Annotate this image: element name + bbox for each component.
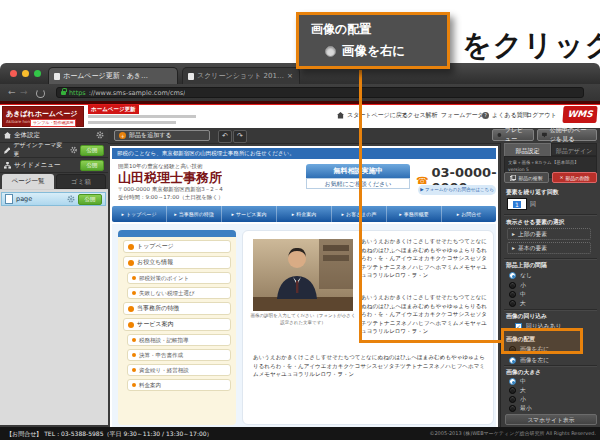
- radio-size-medium[interactable]: 中: [509, 377, 526, 386]
- menu-item[interactable]: 税務相談・記帳指導: [127, 334, 231, 346]
- site-nav-item[interactable]: ▸サービス案内: [222, 206, 277, 222]
- radio-spacing-none[interactable]: なし: [509, 271, 532, 280]
- smartphone-site-button[interactable]: スマホサイト表示: [505, 414, 597, 425]
- redo-button[interactable]: ↷: [233, 130, 247, 143]
- site-address: 〒000-0000 東京都新宿区西新宿3－2－4: [118, 186, 223, 193]
- gear-icon[interactable]: [70, 146, 77, 154]
- radio-size-small[interactable]: 小: [509, 395, 526, 404]
- url-field[interactable]: https ://www.sms-sample.com/cms/: [56, 87, 584, 98]
- gear-icon[interactable]: [96, 131, 104, 139]
- publish-button[interactable]: 公開: [78, 194, 102, 205]
- repeat-count-input[interactable]: 1: [507, 198, 527, 210]
- header-nav-start-page[interactable]: スタートページに戻る: [337, 111, 408, 120]
- preview-button[interactable]: プレビュー: [492, 129, 534, 141]
- repeat-unit: 回: [530, 200, 536, 209]
- https-lock-icon: [61, 91, 66, 95]
- site-nav-item[interactable]: ▸当事務所の特徴: [167, 206, 222, 222]
- window-zoom-button[interactable]: [34, 70, 41, 77]
- menu-item[interactable]: 節税対策のポイント: [127, 272, 231, 284]
- duplicate-part-button[interactable]: 部品の複製: [504, 172, 549, 183]
- radio-icon: [509, 405, 516, 412]
- radio-spacing-large[interactable]: 大: [509, 299, 526, 308]
- repeat-count-label: 要素を繰り返す回数: [506, 188, 559, 197]
- radio-icon: [509, 378, 516, 385]
- radio-icon: [509, 282, 516, 289]
- menu-item[interactable]: 失敗しない税理士選び: [127, 287, 231, 299]
- bullet-icon: ▸: [457, 211, 460, 217]
- radio-size-large[interactable]: 大: [509, 386, 526, 395]
- radio-image-left[interactable]: 画像を左に: [509, 356, 549, 365]
- body-paragraph: あいうえおかきくけこさしすせそたちつてとなにぬねのはひふへほまみむめもやゃゆゅよ…: [361, 237, 487, 280]
- site-nav-item[interactable]: ▸お問合せ: [442, 206, 496, 222]
- bullet-icon: ▸: [232, 211, 235, 217]
- office-photo: [253, 239, 353, 311]
- account-info-redacted: [88, 115, 196, 118]
- home-icon: [4, 132, 11, 139]
- free-consult-banner[interactable]: 無料相談実施中: [306, 164, 410, 178]
- reload-icon[interactable]: [36, 89, 45, 98]
- form-contact-link[interactable]: ▶ フォームからのお問合せはこちら: [418, 185, 496, 195]
- page-list-item[interactable]: page 公開: [1, 192, 106, 206]
- bullet-icon: [132, 383, 136, 387]
- radio-spacing-small[interactable]: 小: [509, 281, 526, 290]
- browser-tab-background[interactable]: スクリーンショット 201… ×: [182, 67, 300, 84]
- browser-tab-active[interactable]: ホームページ更新・あき…: [48, 67, 178, 84]
- window-close-button[interactable]: [10, 70, 17, 77]
- sidebar-item-design-theme[interactable]: デザインテーマ変更 公開: [0, 143, 108, 158]
- duplicate-label: 部品の複製: [518, 175, 542, 181]
- preview-icon: [497, 132, 502, 138]
- header-nav-faq[interactable]: ? よくある質問: [482, 111, 529, 120]
- tab-part-settings[interactable]: 部品設定: [504, 143, 551, 156]
- header-nav-logout[interactable]: ログアウト: [526, 111, 557, 120]
- menu-item[interactable]: 資金繰り・経営相談: [127, 364, 231, 376]
- bullet-icon: [132, 291, 136, 295]
- menu-item[interactable]: 当事務所の特徴: [123, 302, 231, 315]
- site-nav-item[interactable]: ▸料金案内: [277, 206, 332, 222]
- back-icon[interactable]: ←: [8, 87, 16, 97]
- header-nav-form-data[interactable]: フォームデータ: [441, 111, 484, 120]
- view-published-button[interactable]: 公開中のページを見る: [537, 129, 597, 141]
- undo-button[interactable]: ↶: [218, 130, 232, 143]
- element-option-basic[interactable]: ▸ 基本の要素: [507, 242, 591, 254]
- bullet-icon: ▸: [174, 211, 177, 217]
- tab-close-icon[interactable]: ×: [287, 72, 293, 80]
- tab-part-design[interactable]: 部品デザイン: [551, 143, 597, 156]
- callout-connector-horizontal: [359, 340, 503, 343]
- radio-icon: [325, 46, 336, 57]
- site-title: 山田税理士事務所: [118, 169, 222, 187]
- part-name: 文章＋画像＋8カラム【基本部品】: [508, 159, 593, 166]
- site-nav-item[interactable]: ▸トップページ: [112, 206, 167, 222]
- element-option-upper[interactable]: ▸ 上部の要素: [507, 228, 591, 240]
- publish-button[interactable]: 公開: [80, 145, 104, 156]
- phone-icon: ☎: [416, 175, 428, 186]
- menu-item[interactable]: 決算・申告書作成: [127, 349, 231, 361]
- delete-part-button[interactable]: × 部品の削除: [552, 172, 597, 183]
- add-part-label: 部品を追加する: [129, 131, 171, 140]
- header-nav-access-analytics[interactable]: アクセス解析: [401, 111, 438, 120]
- forward-icon[interactable]: →: [20, 87, 28, 97]
- page-favicon: [188, 73, 194, 80]
- gear-icon[interactable]: [67, 195, 75, 203]
- nav-label: アクセス解析: [401, 111, 438, 120]
- site-nav-item[interactable]: ▸事務所概要: [387, 206, 442, 222]
- publish-button[interactable]: 公開: [80, 160, 104, 171]
- menu-item[interactable]: トップページ: [123, 240, 231, 253]
- window-minimize-button[interactable]: [22, 70, 29, 77]
- radio-spacing-medium[interactable]: 中: [509, 290, 526, 299]
- radio-icon: [509, 272, 516, 279]
- instruction-callout: 画像の配置 画像を右に: [296, 12, 450, 69]
- close-icon: ×: [559, 175, 563, 180]
- monitor-icon: [542, 132, 547, 138]
- footer-contact: 【お問合せ】 TEL：03-5388-5985（平日 9:30～11:30 / …: [6, 430, 213, 439]
- add-part-button[interactable]: ＋ 部品を追加する: [114, 130, 210, 141]
- radio-size-minimum[interactable]: 最小: [509, 404, 532, 413]
- plus-icon: ＋: [119, 132, 126, 139]
- menu-item[interactable]: サービス案内: [123, 318, 231, 331]
- repeat-count-field[interactable]: 1 回: [507, 198, 536, 210]
- menu-item[interactable]: お役立ち情報: [123, 256, 231, 269]
- menu-item[interactable]: 料金案内: [127, 379, 231, 391]
- sidebar-item-side-menu[interactable]: サイドメニュー 公開: [0, 158, 108, 173]
- callout-option: 画像を右に: [342, 43, 405, 60]
- tab-trash[interactable]: ゴミ箱: [56, 174, 106, 189]
- tab-page-list[interactable]: ページ一覧: [2, 174, 54, 189]
